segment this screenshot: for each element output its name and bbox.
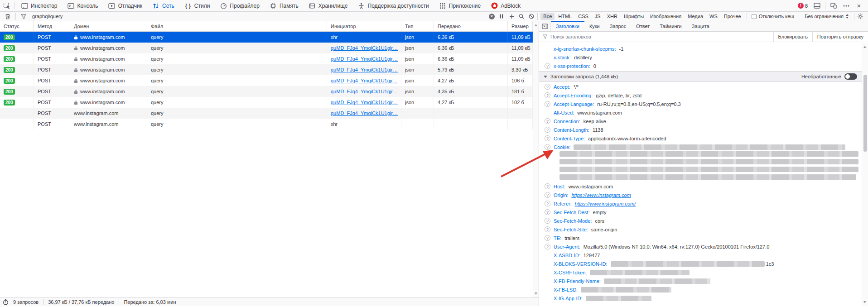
- header-name[interactable]: X-FB-Friendly-Name:: [554, 278, 601, 284]
- details-tab-запрос[interactable]: Запрос: [605, 21, 631, 31]
- initiator-link[interactable]: quMD_FJq4_YmqiCk1U1gjr…: [331, 56, 398, 62]
- network-settings-button[interactable]: [855, 12, 865, 20]
- type-filter-прочее[interactable]: Прочее: [721, 13, 744, 20]
- initiator-link[interactable]: quMD_FJq4_YmqiCk1U1gjr…: [331, 100, 398, 105]
- header-help-icon[interactable]: ?: [545, 244, 550, 249]
- scrollbar-thumb[interactable]: [863, 75, 867, 152]
- header-help-icon[interactable]: ?: [545, 183, 550, 189]
- header-name[interactable]: Accept:: [554, 84, 570, 90]
- request-row[interactable]: 200POSTwww.instagram.comqueryquMD_FJq4_Y…: [0, 64, 533, 75]
- header-help-icon[interactable]: ?: [545, 209, 550, 215]
- column-header[interactable]: Тип: [401, 21, 434, 31]
- header-name[interactable]: x-ig-snorlax-chunk-sleepms:: [554, 46, 616, 52]
- header-name[interactable]: x-stack:: [554, 55, 571, 60]
- header-help-icon[interactable]: ?: [545, 226, 550, 232]
- header-name[interactable]: User-Agent:: [554, 244, 580, 249]
- initiator-link[interactable]: quMD_FJq4_YmqiCk1U1gjr…: [331, 67, 398, 72]
- column-header[interactable]: Размер: [508, 21, 533, 31]
- details-tab-ответ[interactable]: Ответ: [631, 21, 655, 31]
- header-name[interactable]: Alt-Used:: [554, 110, 574, 115]
- header-name[interactable]: Sec-Fetch-Site:: [554, 227, 588, 232]
- initiator-link[interactable]: quMD_FJq4_YmqiCk1U1gjr…: [331, 110, 398, 116]
- details-tab-заголовки[interactable]: Заголовки: [551, 21, 584, 31]
- header-help-icon[interactable]: ?: [545, 84, 550, 90]
- header-name[interactable]: Content-Length:: [554, 127, 589, 133]
- tool-tab-styleeditor[interactable]: { }Стили: [179, 0, 215, 11]
- header-help-icon[interactable]: ?: [545, 118, 550, 124]
- column-header[interactable]: Инициатор: [327, 21, 401, 31]
- header-help-icon[interactable]: ?: [545, 235, 550, 241]
- table-scrollbar[interactable]: [533, 21, 539, 297]
- type-filter-все[interactable]: Все: [540, 13, 555, 20]
- raw-headers-toggle[interactable]: [844, 73, 857, 80]
- header-help-icon[interactable]: ?: [545, 218, 550, 224]
- header-help-icon[interactable]: ?: [545, 135, 550, 141]
- header-help-icon[interactable]: ?: [545, 101, 550, 107]
- disable-cache-checkbox[interactable]: Отключить кеш: [748, 14, 798, 19]
- type-filter-ws[interactable]: WS: [707, 13, 720, 20]
- header-help-icon[interactable]: ?: [545, 201, 550, 206]
- error-count-badge[interactable]: ! 8: [796, 3, 810, 9]
- type-filter-css[interactable]: CSS: [575, 13, 591, 20]
- block-request-button[interactable]: [526, 12, 536, 20]
- close-devtools-button[interactable]: ×: [854, 1, 864, 11]
- tool-tab-storage[interactable]: Хранилище: [304, 0, 353, 11]
- type-filter-медиа[interactable]: Медиа: [685, 13, 706, 20]
- tool-tab-accessibility[interactable]: Поддержка доступности: [353, 0, 434, 11]
- request-row[interactable]: POSTwww.instagram.comqueryquMD_FJq4_Ymqi…: [0, 108, 533, 119]
- column-header[interactable]: Домен: [70, 21, 147, 31]
- header-name[interactable]: Origin:: [554, 192, 568, 198]
- header-name[interactable]: Content-Type:: [554, 136, 585, 141]
- header-name[interactable]: Cookie:: [554, 144, 570, 150]
- type-filter-шрифты[interactable]: Шрифты: [621, 13, 646, 20]
- menu-button[interactable]: [841, 1, 852, 11]
- resend-button[interactable]: Повторить отправку: [812, 32, 868, 42]
- responsive-mode-button[interactable]: [828, 1, 839, 11]
- headers-search-input[interactable]: Поиск заголовков: [550, 34, 591, 39]
- request-row[interactable]: 200POSTwww.instagram.comqueryquMD_FJq4_Y…: [0, 43, 533, 53]
- header-name[interactable]: Accept-Language:: [554, 101, 594, 107]
- request-row[interactable]: POSTwww.instagram.comqueryxhr: [0, 119, 533, 130]
- request-row[interactable]: 200POSTwww.instagram.comqueryquMD_FJq4_Y…: [0, 53, 533, 64]
- header-help-icon[interactable]: ?: [545, 63, 550, 69]
- column-header[interactable]: Статус: [0, 21, 34, 31]
- type-filter-xhr[interactable]: XHR: [604, 13, 620, 20]
- header-help-icon[interactable]: ?: [545, 127, 550, 133]
- column-header[interactable]: Передано: [434, 21, 508, 31]
- details-tab-защита[interactable]: Защита: [687, 21, 714, 31]
- request-row[interactable]: 200POSTwww.instagram.comqueryquMD_FJq4_Y…: [0, 86, 533, 97]
- tool-tab-network[interactable]: Сеть: [147, 0, 179, 11]
- header-name[interactable]: x-xss-protection:: [554, 63, 590, 69]
- type-filter-изображения[interactable]: Изображения: [647, 13, 684, 20]
- pause-recording-button[interactable]: [497, 12, 506, 20]
- tool-tab-debugger[interactable]: Отладчик: [103, 0, 147, 11]
- initiator-link[interactable]: quMD_FJq4_YmqiCk1U1gjr…: [331, 89, 398, 94]
- split-console-button[interactable]: [811, 1, 822, 11]
- block-url-button[interactable]: Блокировать: [773, 32, 812, 42]
- header-name[interactable]: X-CSRFToken:: [554, 270, 587, 275]
- header-name[interactable]: Accept-Encoding:: [554, 93, 593, 98]
- type-filter-html[interactable]: HTML: [555, 13, 574, 20]
- header-name[interactable]: Sec-Fetch-Mode:: [554, 218, 592, 224]
- header-name[interactable]: TE:: [554, 235, 561, 241]
- header-name[interactable]: X-ASBD-ID:: [554, 253, 580, 258]
- new-request-button[interactable]: [506, 12, 516, 20]
- tool-tab-profiler[interactable]: Профайлер: [215, 0, 265, 11]
- tool-tab-console[interactable]: Консоль: [63, 0, 103, 11]
- throttling-select[interactable]: Без ограничения: [800, 14, 853, 19]
- header-help-icon[interactable]: ?: [545, 192, 550, 198]
- details-scrollbar[interactable]: [862, 43, 868, 306]
- header-name[interactable]: X-IG-App-ID:: [554, 296, 583, 301]
- header-value-link[interactable]: https://www.instagram.com: [571, 192, 631, 198]
- tool-tab-inspector[interactable]: Инспектор: [16, 0, 63, 11]
- header-value-link[interactable]: https://www.instagram.com/: [575, 201, 636, 206]
- header-help-icon[interactable]: ?: [545, 144, 550, 150]
- header-name[interactable]: Referer:: [554, 201, 572, 206]
- header-name[interactable]: Host:: [554, 184, 565, 189]
- tool-tab-application[interactable]: Приложение: [434, 0, 486, 11]
- type-filter-js[interactable]: JS: [592, 13, 603, 20]
- request-row[interactable]: 200POSTwww.instagram.comqueryxhrjson6,36…: [0, 32, 533, 43]
- element-picker-button[interactable]: [0, 0, 14, 11]
- request-headers-section[interactable]: Заголовки запроса (1,448 кБ)Необработанн…: [539, 71, 862, 82]
- tool-tab-memory[interactable]: Память: [265, 0, 304, 11]
